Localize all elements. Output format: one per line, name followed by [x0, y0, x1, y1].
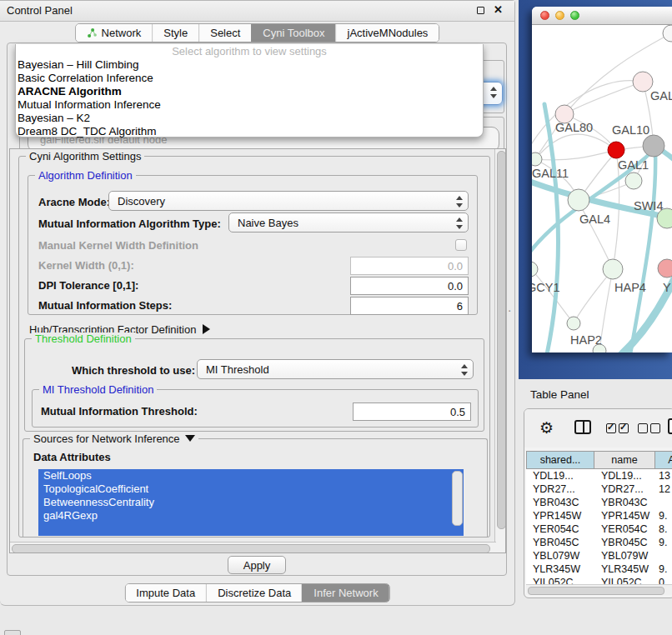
mi-steps-label: Mutual Information Steps: [38, 299, 172, 312]
tab-select[interactable]: Select [198, 24, 251, 42]
table-row[interactable]: YER054CYER054C8. [526, 522, 672, 536]
tab-style[interactable]: Style [152, 24, 198, 42]
tab-jactivemnodules[interactable]: jActiveMNodules [336, 24, 439, 42]
data-attribute-item[interactable]: TopologicalCoefficient [38, 482, 464, 496]
network-titlebar [532, 7, 672, 25]
table-row[interactable]: YBL079WYBL079W [526, 549, 672, 562]
dropdown-item[interactable]: Bayesian – Hill Climbing [16, 58, 483, 72]
network-node[interactable] [608, 142, 624, 158]
network-node[interactable] [663, 25, 672, 42]
table-cell: YPR145W [526, 509, 594, 522]
column-header[interactable]: A [655, 451, 672, 469]
table-cell: 9. [655, 536, 672, 549]
table-row[interactable]: YDL19...YDL19...13 [526, 469, 672, 482]
kernel-width-label: Kernel Width (0,1): [38, 259, 134, 272]
algorithm-definition-group: Algorithm Definition Aracne Mode: Discov… [28, 175, 478, 315]
unchecked-boxes-icon[interactable] [638, 422, 663, 437]
mi-threshold-group: MI Threshold Definition Mutual Informati… [32, 389, 479, 428]
tab-cyni-toolbox[interactable]: Cyni Toolbox [251, 24, 335, 42]
network-node-y[interactable] [658, 259, 672, 278]
node-label: SWI4 [634, 199, 663, 212]
aracne-mode-label: Aracne Mode: [38, 196, 110, 208]
mi-type-value: Naive Bayes [238, 217, 298, 229]
column-header[interactable]: shared... [526, 451, 594, 469]
data-attribute-item[interactable]: BetweennessCentrality [38, 496, 464, 509]
tab-network[interactable]: Network [76, 24, 153, 42]
which-threshold-combobox[interactable]: MI Threshold [197, 359, 474, 379]
table-row[interactable]: YLR345WYLR345W9. [526, 562, 672, 576]
network-canvas[interactable]: GALGAL80GAL10GAL11GAL1GAL4SWI4GCY1HAP4YH… [532, 25, 672, 352]
table-cell: YDR27... [594, 482, 655, 496]
minimize-traffic-light-icon[interactable] [555, 11, 564, 20]
close-icon[interactable]: ✕ [494, 3, 503, 16]
tab-discretize-data[interactable]: Discretize Data [206, 584, 302, 602]
aracne-mode-combobox[interactable]: Discovery [108, 191, 469, 211]
tab-impute-data[interactable]: Impute Data [125, 584, 206, 602]
which-threshold-label: Which threshold to use: [72, 364, 195, 377]
aracne-mode-value: Discovery [118, 195, 165, 208]
network-node-gal11[interactable] [532, 152, 542, 166]
column-header[interactable]: name [594, 451, 655, 469]
sources-group: Sources for Network Inference Data Attri… [23, 438, 488, 537]
table-row[interactable]: YPR145WYPR145W9. [526, 509, 672, 522]
apply-button[interactable]: Apply [228, 556, 286, 574]
combo-arrows-icon [455, 196, 463, 208]
data-attribute-item[interactable]: gal4RGexp [38, 509, 464, 522]
columns-icon[interactable] [574, 420, 591, 434]
table-row[interactable]: YBR045CYBR045C9. [526, 536, 672, 549]
network-node-gal4[interactable] [568, 189, 589, 211]
dropdown-item[interactable]: Dream8 DC_TDC Algorithm [16, 125, 483, 138]
sources-legend: Sources for Network Inference [30, 432, 198, 445]
dropdown-item[interactable]: ARACNE Algorithm [16, 85, 483, 98]
data-attributes-list[interactable]: SelfLoopsTopologicalCoefficientBetweenne… [38, 469, 464, 536]
table-row[interactable]: YIL052CYIL052C0. [526, 576, 672, 584]
table-horizontal-scrollbar[interactable] [526, 584, 672, 595]
network-node-gal1[interactable] [625, 172, 642, 189]
which-threshold-value: MI Threshold [206, 363, 269, 376]
network-node-gcy1[interactable] [532, 262, 538, 277]
table-cell: 8. [655, 522, 672, 536]
checked-boxes-icon[interactable] [606, 422, 631, 437]
tab-label: jActiveMNodules [348, 27, 429, 39]
network-node-gal10[interactable] [643, 135, 664, 157]
mi-type-label: Mutual Information Algorithm Type: [38, 218, 221, 230]
tab-label: Discretize Data [218, 587, 291, 599]
table-cell: 13 [655, 469, 672, 482]
threshold-definition-legend: Threshold Definition [32, 332, 135, 345]
table-cell: YDL19... [526, 469, 594, 482]
splitter-handle[interactable]: ▪ [509, 308, 512, 313]
table-cell: YBL079W [526, 549, 594, 562]
settings-scrollpane: Cyni Algorithm Settings Algorithm Defini… [9, 148, 506, 553]
table-header: shared...nameA [526, 451, 672, 469]
network-node-hap4[interactable] [603, 259, 623, 279]
dropdown-item[interactable]: Bayesian – K2 [16, 112, 483, 125]
dpi-tolerance-field[interactable]: 0.0 [350, 277, 469, 295]
gear-icon[interactable]: ⚙ [539, 418, 554, 438]
dropdown-item[interactable]: Basic Correlation Inference [16, 72, 483, 85]
table-toolbar: ⚙ [524, 409, 672, 448]
settings-vertical-scrollbar[interactable] [494, 149, 505, 552]
data-attribute-item[interactable]: SelfLoops [38, 469, 464, 482]
mi-steps-field[interactable]: 6 [350, 297, 469, 315]
float-icon[interactable] [477, 7, 484, 14]
table-row[interactable]: YDR27...YDR27...12 [526, 482, 672, 496]
node-label: GAL10 [612, 123, 649, 137]
kernel-width-field: 0.0 [350, 257, 469, 275]
network-node-hap2[interactable] [567, 317, 580, 330]
zoom-traffic-light-icon[interactable] [570, 11, 579, 20]
mi-type-combobox[interactable]: Naive Bayes [228, 212, 469, 232]
table-row[interactable]: YBR043CYBR043C [526, 496, 672, 509]
table-icon[interactable] [668, 418, 672, 434]
table-cell: 9. [655, 509, 672, 522]
settings-horizontal-scrollbar[interactable] [10, 542, 496, 552]
mi-threshold-field[interactable]: 0.5 [353, 402, 471, 421]
bottom-left-partial-button[interactable] [4, 630, 21, 635]
list-scrollbar[interactable] [452, 471, 463, 526]
dropdown-item[interactable]: Mutual Information Inference [16, 98, 483, 112]
data-attributes-label: Data Attributes [33, 451, 111, 463]
tab-infer-network[interactable]: Infer Network [302, 584, 389, 602]
tab-label: Select [210, 27, 240, 39]
close-traffic-light-icon[interactable] [540, 11, 549, 20]
kernel-width-value: 0.0 [448, 260, 463, 272]
table-cell: YIL052C [594, 576, 655, 584]
